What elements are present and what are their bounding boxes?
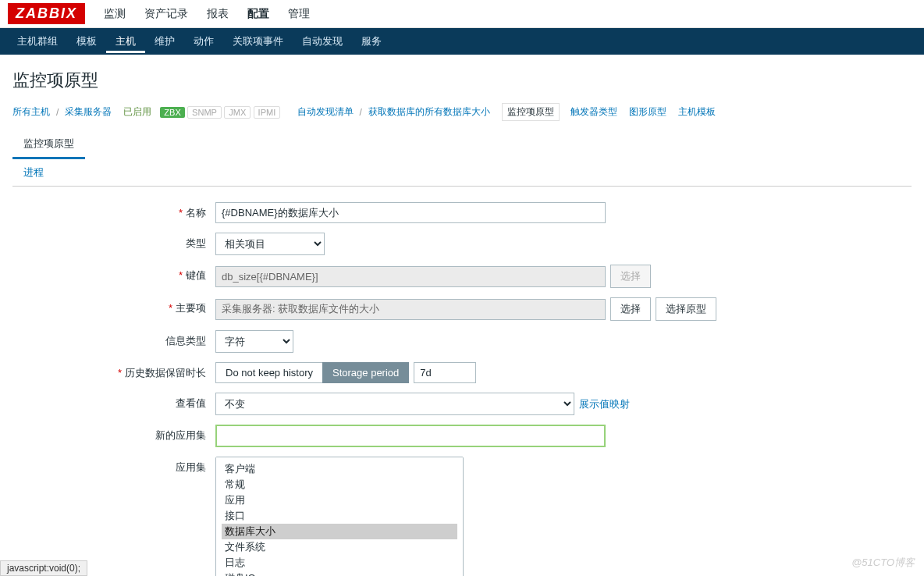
page-title: 监控项原型 xyxy=(0,55,924,100)
newapp-label: 新的应用集 xyxy=(155,429,206,441)
view-mapping-link[interactable]: 展示值映射 xyxy=(579,397,630,411)
bc-host[interactable]: 采集服务器 xyxy=(65,105,112,119)
app-option[interactable]: 日志 xyxy=(222,555,457,571)
protocol-badge: SNMP xyxy=(187,106,222,119)
info-select[interactable]: 字符 xyxy=(215,330,293,353)
protocol-badge: IPMI xyxy=(254,106,281,119)
name-input[interactable] xyxy=(215,202,606,223)
key-input[interactable] xyxy=(215,266,606,287)
bc-host-proto[interactable]: 主机模板 xyxy=(678,105,716,119)
history-segmented: Do not keep history Storage period xyxy=(215,362,409,383)
master-input xyxy=(215,299,606,320)
app-option[interactable]: 常规 xyxy=(222,477,457,492)
history-nokeep[interactable]: Do not keep history xyxy=(215,362,322,383)
topnav-item[interactable]: 监测 xyxy=(94,1,135,26)
bc-rule[interactable]: 获取数据库的所有数据库大小 xyxy=(368,105,490,119)
tab[interactable]: 进程 xyxy=(12,159,85,186)
bc-graph-proto[interactable]: 图形原型 xyxy=(629,105,666,119)
bc-current: 监控项原型 xyxy=(502,103,560,121)
bc-all-hosts[interactable]: 所有主机 xyxy=(12,105,50,119)
tab[interactable]: 监控项原型 xyxy=(12,130,85,159)
app-option[interactable]: 接口 xyxy=(222,508,457,524)
subnav-item[interactable]: 主机群组 xyxy=(8,29,67,53)
top-bar: ZABBIX 监测资产记录报表配置管理 xyxy=(0,0,924,28)
status-bar: javascript:void(0); xyxy=(0,560,87,576)
history-storage[interactable]: Storage period xyxy=(322,362,409,383)
newapp-input[interactable] xyxy=(215,425,606,447)
app-option[interactable]: 应用 xyxy=(222,492,457,508)
history-label: 历史数据保留时长 xyxy=(125,367,206,379)
apps-label: 应用集 xyxy=(176,461,206,473)
info-label: 信息类型 xyxy=(165,335,206,347)
key-label: 键值 xyxy=(186,269,206,281)
subnav-item[interactable]: 关联项事件 xyxy=(223,29,293,53)
history-value-input[interactable] xyxy=(414,362,476,383)
topnav-item[interactable]: 报表 xyxy=(197,1,238,26)
app-option[interactable]: 文件系统 xyxy=(222,539,457,555)
bc-status: 已启用 xyxy=(123,105,151,119)
sub-nav: 主机群组模板主机维护动作关联项事件自动发现服务 xyxy=(0,28,924,55)
key-select-button: 选择 xyxy=(610,265,651,288)
bc-discovery[interactable]: 自动发现清单 xyxy=(297,105,354,119)
app-option[interactable]: 数据库大小 xyxy=(222,524,457,539)
breadcrumb: 所有主机 / 采集服务器 已启用 ZBX SNMP JMX IPMI 自动发现清… xyxy=(0,100,924,124)
subnav-item[interactable]: 维护 xyxy=(145,29,184,53)
separator: / xyxy=(360,107,362,118)
form: *名称 类型 相关项目 *键值 选择 *主要项 选择 选择原型 信息类型 字符 … xyxy=(0,187,924,576)
master-label: 主要项 xyxy=(176,302,206,314)
apps-select[interactable]: 客户端常规应用接口数据库大小文件系统日志磁盘IO系统 xyxy=(215,457,464,576)
subnav-item[interactable]: 服务 xyxy=(352,29,391,53)
master-select-button[interactable]: 选择 xyxy=(610,297,651,321)
protocol-badge: ZBX xyxy=(160,107,184,118)
bc-trigger-proto[interactable]: 触发器类型 xyxy=(570,105,617,119)
type-select[interactable]: 相关项目 xyxy=(215,233,325,255)
subnav-item[interactable]: 动作 xyxy=(184,29,223,53)
master-select-proto-button[interactable]: 选择原型 xyxy=(656,297,716,321)
view-select[interactable]: 不变 xyxy=(215,393,574,415)
subnav-item[interactable]: 模板 xyxy=(67,29,106,53)
topnav-item[interactable]: 配置 xyxy=(238,1,279,26)
app-option[interactable]: 磁盘IO xyxy=(222,571,457,576)
protocol-badge: JMX xyxy=(224,106,251,119)
separator: / xyxy=(56,107,59,118)
subnav-item[interactable]: 主机 xyxy=(106,29,145,53)
tabs: 监控项原型进程 xyxy=(12,130,912,187)
view-label: 查看值 xyxy=(176,397,206,409)
logo: ZABBIX xyxy=(8,3,85,24)
topnav-item[interactable]: 资产记录 xyxy=(135,1,197,26)
type-label: 类型 xyxy=(186,237,206,249)
topnav-item[interactable]: 管理 xyxy=(279,1,319,26)
app-option[interactable]: 客户端 xyxy=(222,461,457,477)
watermark: @51CTO博客 xyxy=(851,556,915,570)
name-label: 名称 xyxy=(186,207,206,219)
subnav-item[interactable]: 自动发现 xyxy=(293,29,352,53)
